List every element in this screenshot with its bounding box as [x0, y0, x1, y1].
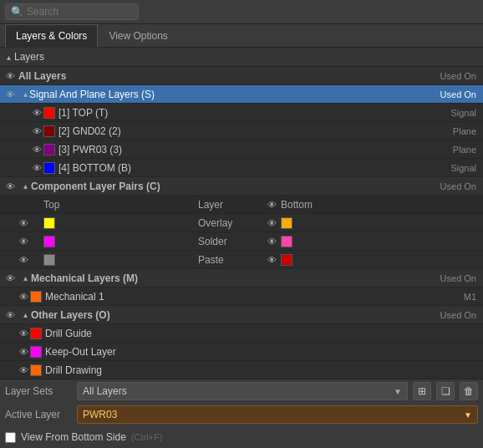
pwr03-layer-name: [3] PWR03 (3) — [55, 144, 453, 155]
active-layer-row: Active Layer PWR03 ▼ — [0, 403, 483, 426]
search-icon: 🔍 — [11, 6, 23, 18]
layer-sets-row: Layer Sets All Layers ▼ ⊞ ❑ 🗑 — [0, 379, 483, 403]
view-from-bottom-checkbox[interactable] — [5, 432, 16, 443]
view-from-bottom-row: View From Bottom Side (Ctrl+F) — [0, 426, 483, 448]
eye-all-layers[interactable]: 👁 — [3, 69, 17, 83]
tab-view-options[interactable]: View Options — [98, 24, 178, 47]
eye-signal-plane[interactable]: 👁 — [3, 88, 17, 101]
other-used-on: Used On — [440, 310, 480, 320]
eye-mech1[interactable]: 👁 — [17, 290, 30, 303]
pair-row-solder: 👁 Solder 👁 — [0, 232, 483, 251]
gnd02-layer-name: [2] GND02 (2) — [55, 125, 453, 137]
top-color-swatch[interactable] — [43, 107, 55, 119]
pwr03-layer-type: Plane — [453, 145, 480, 155]
drill-guide-swatch[interactable] — [30, 328, 42, 339]
ctrl-hint: (Ctrl+F) — [131, 432, 163, 442]
bottom-layer-type: Signal — [450, 163, 480, 173]
gnd02-layer-type: Plane — [453, 126, 480, 136]
eye-other[interactable]: 👁 — [3, 308, 17, 322]
overlay-label: Overlay — [198, 217, 232, 229]
mechanical-used-on: Used On — [440, 273, 480, 283]
pairs-top-header: Top — [43, 199, 59, 211]
eye-overlay-bottom[interactable]: 👁 — [265, 216, 278, 230]
eye-gnd02[interactable]: 👁 — [30, 125, 43, 138]
layer-sets-value: All Layers — [83, 385, 127, 397]
component-pairs-used-on: Used On — [440, 181, 480, 191]
keepout-swatch[interactable] — [30, 346, 42, 358]
mech1-layer-type: M1 — [464, 292, 480, 302]
view-from-bottom-label: View From Bottom Side — [21, 431, 126, 443]
layers-panel: 👁 All Layers Used On 👁 ▴ Signal And Plan… — [0, 67, 483, 384]
all-layers-group: 👁 All Layers Used On — [0, 67, 483, 85]
other-layers-group: 👁 ▴ Other Layers (O) Used On — [0, 306, 483, 324]
solder-top-swatch[interactable] — [43, 236, 55, 247]
all-layers-used-on: Used On — [440, 71, 480, 81]
signal-plane-label: Signal And Plane Layers (S) — [28, 89, 440, 100]
active-layer-arrow-icon: ▼ — [464, 410, 472, 420]
layer-row-bottom: 👁 [4] BOTTOM (B) Signal — [0, 159, 483, 177]
eye-top[interactable]: 👁 — [30, 106, 43, 120]
mechanical-layers-label: Mechanical Layers (M) — [28, 272, 440, 284]
bottom-layer-name: [4] BOTTOM (B) — [55, 162, 450, 174]
eye-mechanical[interactable]: 👁 — [3, 272, 17, 285]
active-layer-dropdown[interactable]: PWR03 ▼ — [77, 405, 478, 424]
search-box[interactable]: 🔍 — [5, 3, 139, 20]
layer-sets-dropdown[interactable]: All Layers ▼ — [77, 382, 408, 400]
pwr03-color-swatch[interactable] — [43, 144, 55, 155]
top-layer-type: Signal — [450, 108, 480, 118]
layer-row-top: 👁 [1] TOP (T) Signal — [0, 104, 483, 122]
active-layer-label: Active Layer — [5, 409, 72, 420]
add-icon: ⊞ — [418, 385, 426, 397]
drill-guide-name: Drill Guide — [42, 328, 480, 339]
eye-pwr03[interactable]: 👁 — [30, 143, 43, 156]
pair-row-overlay: 👁 Overlay 👁 — [0, 214, 483, 232]
paste-top-swatch[interactable] — [43, 254, 55, 266]
active-layer-value: PWR03 — [83, 409, 117, 420]
duplicate-icon: ❑ — [441, 385, 450, 397]
mechanical-layers-group: 👁 ▴ Mechanical Layers (M) Used On — [0, 269, 483, 288]
mech1-color-swatch[interactable] — [30, 291, 42, 303]
eye-keepout[interactable]: 👁 — [17, 345, 30, 359]
delete-layer-set-button[interactable]: 🗑 — [460, 382, 478, 400]
drill-drawing-swatch[interactable] — [30, 364, 42, 376]
tab-layers-colors[interactable]: Layers & Colors — [5, 24, 98, 48]
eye-solder-top[interactable]: 👁 — [17, 235, 30, 248]
eye-solder-bottom[interactable]: 👁 — [265, 235, 278, 248]
layer-row-keepout: 👁 Keep-Out Layer — [0, 343, 483, 361]
section-title: Layers — [14, 51, 44, 63]
bottom-bar: Layer Sets All Layers ▼ ⊞ ❑ 🗑 Active Lay… — [0, 379, 483, 448]
trash-icon: 🗑 — [464, 385, 474, 397]
eye-bottom-header[interactable]: 👁 — [265, 198, 278, 211]
triangle-icon: ▴ — [7, 53, 11, 62]
signal-plane-group: 👁 ▴ Signal And Plane Layers (S) Used On — [0, 85, 483, 104]
eye-drill-guide[interactable]: 👁 — [17, 327, 30, 340]
overlay-top-swatch[interactable] — [43, 217, 55, 229]
solder-bottom-swatch[interactable] — [281, 236, 292, 247]
top-layer-name: [1] TOP (T) — [55, 107, 450, 119]
eye-drill-drawing[interactable]: 👁 — [17, 364, 30, 377]
eye-paste-bottom[interactable]: 👁 — [265, 253, 278, 267]
keepout-name: Keep-Out Layer — [42, 346, 480, 358]
eye-component-pairs[interactable]: 👁 — [3, 180, 17, 193]
bottom-color-swatch[interactable] — [43, 162, 55, 174]
other-layers-label: Other Layers (O) — [28, 309, 440, 321]
component-pairs-label: Component Layer Pairs (C) — [28, 181, 440, 192]
gnd02-color-swatch[interactable] — [43, 125, 55, 137]
overlay-bottom-swatch[interactable] — [281, 217, 292, 229]
eye-bottom[interactable]: 👁 — [30, 161, 43, 175]
layer-row-gnd02: 👁 [2] GND02 (2) Plane — [0, 122, 483, 140]
solder-label: Solder — [198, 236, 227, 247]
top-search-bar: 🔍 — [0, 0, 483, 24]
duplicate-layer-set-button[interactable]: ❑ — [436, 382, 455, 400]
eye-paste-top[interactable]: 👁 — [17, 253, 30, 267]
all-layers-label: All Layers — [17, 70, 440, 82]
layer-row-pwr03: 👁 [3] PWR03 (3) Plane — [0, 140, 483, 159]
paste-bottom-swatch[interactable] — [281, 254, 292, 266]
signal-plane-used-on: Used On — [440, 89, 480, 99]
layer-sets-label: Layer Sets — [5, 385, 72, 397]
layer-row-mech1: 👁 Mechanical 1 M1 — [0, 288, 483, 306]
search-input[interactable] — [27, 6, 135, 18]
eye-overlay-top[interactable]: 👁 — [17, 216, 30, 230]
component-pairs-group: 👁 ▴ Component Layer Pairs (C) Used On — [0, 177, 483, 196]
add-layer-set-button[interactable]: ⊞ — [413, 382, 431, 400]
